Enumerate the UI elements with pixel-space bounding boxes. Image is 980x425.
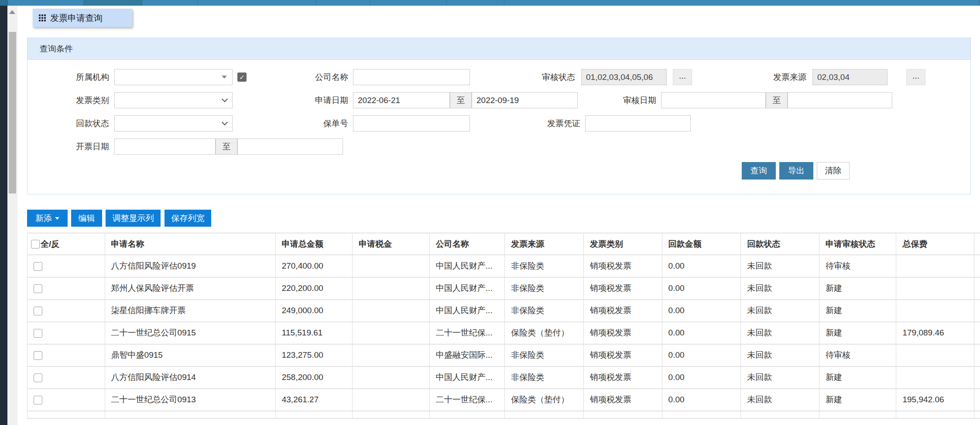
table-cell	[896, 277, 974, 300]
apply-date-label: 申请日期	[279, 92, 348, 108]
table-cell: 中国人民财产...	[429, 255, 504, 277]
issue-date-to-input[interactable]	[237, 138, 343, 155]
vertical-scrollbar[interactable]	[7, 6, 17, 425]
apply-date-to-input[interactable]	[472, 92, 578, 108]
table-cell: 123,275.00	[275, 344, 353, 366]
table-cell: 中国人民财产...	[429, 277, 504, 300]
org-include-sub-checkbox[interactable]: ✓	[237, 73, 247, 82]
col-header[interactable]: 申请审核状态	[819, 233, 896, 255]
export-button[interactable]: 导出	[779, 162, 813, 180]
col-header[interactable]: 申请名称	[105, 233, 275, 255]
topbar-tab[interactable]	[198, 0, 316, 6]
table-cell: 柒星信阳挪车牌开票	[105, 300, 275, 322]
table-cell: 二十一世纪总公司0913	[105, 389, 275, 411]
grid-menu-icon	[39, 14, 46, 22]
table-row[interactable]: 柒星信阳挪车牌开票249,000.00中国人民财产...非保险类销项税发票0.0…	[27, 300, 980, 322]
clear-button[interactable]: 清除	[817, 162, 850, 180]
col-header[interactable]: 申请人	[974, 233, 980, 255]
table-cell	[583, 411, 662, 418]
apply-date-from-input[interactable]	[353, 92, 450, 108]
row-checkbox[interactable]	[34, 329, 42, 338]
table-cell	[353, 344, 430, 366]
topbar-tab[interactable]	[370, 0, 447, 6]
audit-date-label: 审核日期	[587, 92, 656, 108]
table-row[interactable]: 郑州人保风险评估开票220,200.00中国人民财产...非保险类销项税发票0.…	[27, 277, 980, 300]
table-row[interactable]: 八方信阳风险评估0914258,200.00中国人民财产...非保险类销项税发票…	[27, 366, 980, 389]
table-cell: 新建	[819, 366, 896, 389]
audit-date-from-input[interactable]	[661, 92, 766, 108]
invoice-voucher-label: 发票凭证	[511, 115, 580, 131]
add-button[interactable]: 新添	[27, 210, 68, 227]
topbar-tab-active[interactable]	[84, 0, 142, 6]
table-cell: 销项税发票	[583, 300, 662, 322]
table-row[interactable]: 二十一世纪总公司091343,261.27二十一世纪保...保险类（垫付）销项税…	[27, 389, 980, 411]
table-cell: 未回款	[741, 300, 819, 322]
policy-no-input[interactable]	[353, 115, 470, 131]
edit-button[interactable]: 编辑	[71, 210, 102, 227]
col-header[interactable]: 申请总金额	[275, 233, 353, 255]
select-all-checkbox[interactable]	[31, 240, 40, 249]
issue-date-from-input[interactable]	[114, 138, 216, 155]
company-label: 公司名称	[279, 69, 348, 85]
topbar-tab[interactable]	[504, 0, 980, 6]
row-checkbox[interactable]	[34, 396, 42, 404]
search-button[interactable]: 查询	[742, 162, 776, 180]
col-header[interactable]: 公司名称	[429, 233, 504, 255]
row-select-cell	[27, 366, 105, 389]
topbar-tab[interactable]	[0, 0, 8, 6]
col-header[interactable]: 回款状态	[741, 233, 819, 255]
table-cell: 王珍	[974, 300, 980, 322]
col-header[interactable]: 总保费	[896, 233, 974, 255]
table-row-partial	[27, 411, 980, 418]
invoice-voucher-input[interactable]	[585, 115, 691, 131]
row-checkbox[interactable]	[34, 262, 42, 271]
col-header[interactable]: 申请税金	[353, 233, 430, 255]
scrollbar-thumb[interactable]	[9, 32, 16, 193]
audit-status-input[interactable]	[581, 69, 667, 85]
table-cell: 0.00	[662, 344, 741, 366]
topbar-tab[interactable]	[142, 0, 198, 6]
table-cell: 鼎智中盛0915	[105, 344, 275, 366]
topbar-tab[interactable]	[316, 0, 370, 6]
table-cell	[974, 411, 980, 418]
scroll-up-arrow-icon[interactable]	[9, 10, 15, 14]
table-cell: 249,000.00	[275, 300, 353, 322]
row-checkbox[interactable]	[34, 307, 42, 315]
audit-status-more-button[interactable]: ...	[673, 69, 692, 85]
save-column-widths-button[interactable]: 保存列宽	[164, 210, 211, 227]
table-cell: 王珍	[974, 366, 980, 389]
table-cell: 195,942.06	[896, 389, 974, 411]
table-row[interactable]: 八方信阳风险评估0919270,400.00中国人民财产...非保险类销项税发票…	[27, 255, 980, 277]
table-cell	[353, 255, 430, 277]
col-header[interactable]: 回款金额	[662, 233, 741, 255]
refund-status-select[interactable]	[114, 115, 233, 131]
row-select-cell	[27, 277, 105, 300]
table-cell: 未回款	[741, 255, 819, 277]
col-header[interactable]: 发票来源	[505, 233, 584, 255]
table-cell: 未回款	[741, 366, 819, 389]
row-checkbox[interactable]	[34, 351, 42, 360]
invoice-source-input[interactable]	[812, 69, 887, 85]
topbar-tab[interactable]	[447, 0, 504, 6]
audit-date-to-input[interactable]	[788, 92, 892, 108]
invoice-source-more-button[interactable]: ...	[906, 69, 925, 85]
table-cell: 未回款	[741, 277, 819, 300]
row-checkbox[interactable]	[34, 284, 42, 293]
table-cell: 保险类（垫付）	[505, 322, 584, 344]
invoice-type-select[interactable]	[114, 92, 233, 108]
company-input[interactable]	[353, 69, 470, 85]
table-cell	[353, 300, 430, 322]
results-table: 全/反 申请名称 申请总金额 申请税金 公司名称 发票来源 发票类别 回款金额 …	[27, 233, 980, 419]
table-row[interactable]: 二十一世纪总公司0915115,519.61二十一世纪保...保险类（垫付）销项…	[27, 322, 980, 344]
row-select-cell	[27, 389, 105, 411]
col-header[interactable]: 发票类别	[583, 233, 662, 255]
issue-date-to-separator: 至	[216, 138, 237, 155]
org-combobox[interactable]	[114, 69, 233, 85]
table-cell	[896, 366, 974, 389]
table-cell: 二十一世纪保...	[429, 389, 504, 411]
adjust-columns-button[interactable]: 调整显示列	[106, 210, 161, 227]
topbar-tab[interactable]	[8, 0, 84, 6]
row-checkbox[interactable]	[34, 373, 42, 382]
refund-status-label: 回款状态	[39, 115, 109, 131]
table-row[interactable]: 鼎智中盛0915123,275.00中盛融安国际...非保险类销项税发票0.00…	[27, 344, 980, 366]
